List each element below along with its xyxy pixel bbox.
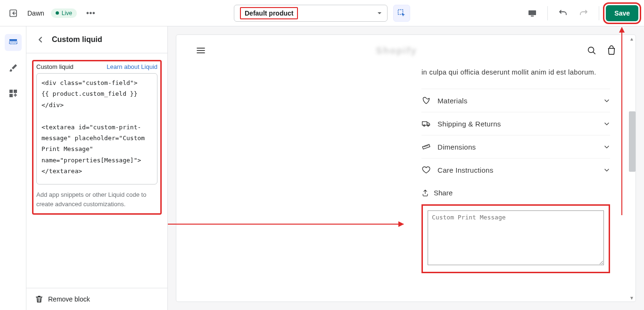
svg-point-11 (423, 125, 425, 126)
sidebar-body: Custom liquid Learn about Liquid Add app… (26, 53, 167, 288)
chevron-down-icon (603, 143, 610, 150)
more-button[interactable]: ••• (83, 6, 99, 21)
heart-icon (421, 165, 431, 175)
topbar-right: Save (524, 5, 638, 22)
sections-tab[interactable] (5, 34, 22, 51)
accordion-label: Materials (438, 97, 468, 105)
sidebar-title: Custom liquid (52, 35, 102, 44)
accordion-label: Care Instructions (438, 166, 493, 174)
preview-header-icons (586, 45, 617, 56)
accordion-dimensions[interactable]: Dimensions (421, 135, 610, 158)
custom-liquid-field-highlight: Custom liquid Learn about Liquid Add app… (32, 60, 162, 215)
ruler-icon (421, 142, 431, 151)
preview-content: in culpa qui officia deserunt mollit ani… (176, 66, 636, 287)
preview-scrollbar[interactable] (629, 111, 636, 172)
custom-print-message-field[interactable] (428, 210, 604, 265)
materials-icon (421, 96, 431, 105)
svg-point-12 (428, 125, 429, 126)
svg-rect-2 (528, 10, 536, 15)
trash-icon (35, 295, 43, 303)
apps-tab[interactable] (5, 85, 22, 102)
liquid-code-input[interactable] (36, 73, 157, 184)
chevron-down-icon (603, 97, 610, 104)
remove-block-label: Remove block (48, 295, 90, 303)
redo-icon (579, 8, 588, 18)
back-button[interactable] (35, 34, 46, 45)
sections-icon (8, 38, 18, 47)
icon-strip (0, 26, 26, 310)
cursor-select-icon (397, 8, 406, 18)
search-icon (586, 45, 597, 56)
cart-icon (606, 45, 617, 56)
topbar-left: Dawn Live ••• (6, 6, 99, 21)
chevron-down-icon (377, 10, 382, 16)
chevron-down-icon (603, 120, 610, 127)
svg-rect-13 (422, 144, 430, 149)
theme-settings-tab[interactable] (5, 59, 22, 76)
preview-menu-button[interactable] (195, 45, 206, 56)
remove-block-button[interactable]: Remove block (26, 288, 167, 310)
separator (547, 6, 548, 20)
svg-rect-3 (531, 16, 534, 17)
share-button[interactable]: Share (421, 181, 610, 201)
undo-icon (558, 8, 568, 18)
svg-rect-7 (14, 90, 17, 93)
accordion-label: Shipping & Returns (438, 120, 501, 128)
apps-icon (8, 89, 18, 98)
field-help-text: Add app snippets or other Liquid code to… (36, 190, 157, 209)
preview-scroll-down[interactable]: ▼ (629, 295, 635, 301)
sidebar: Custom liquid Custom liquid Learn about … (26, 26, 168, 310)
svg-rect-10 (422, 122, 427, 126)
preview-area: ▲ ▼ Shopify (168, 26, 644, 310)
share-icon (421, 189, 429, 197)
live-badge: Live (51, 8, 77, 18)
annotation-arrow-to-textarea (168, 224, 404, 225)
preview-frame: ▲ ▼ Shopify (176, 35, 636, 302)
preview-search-button[interactable] (586, 45, 597, 56)
redo-button[interactable] (575, 5, 592, 22)
preview-right-column: in culpa qui officia deserunt mollit ani… (421, 66, 610, 273)
annotation-arrow-to-save (621, 27, 622, 215)
accordion-materials[interactable]: Materials (421, 89, 610, 112)
topbar-center: Default product (234, 5, 410, 22)
custom-textarea-highlight (421, 204, 610, 273)
chevron-down-icon (603, 167, 610, 173)
live-dot-icon (56, 11, 59, 15)
product-description: in culpa qui officia deserunt mollit ani… (421, 66, 610, 78)
preview-left-spacer (195, 66, 421, 273)
preview-cart-button[interactable] (606, 45, 617, 56)
accordion-label: Dimensions (438, 143, 476, 151)
exit-icon (8, 8, 18, 18)
preview-header: Shopify (176, 35, 636, 66)
viewport-button[interactable] (524, 5, 541, 22)
save-button[interactable]: Save (606, 5, 638, 21)
truck-icon (421, 119, 431, 128)
field-header: Custom liquid Learn about Liquid (36, 63, 157, 70)
separator (599, 6, 599, 20)
paintbrush-icon (8, 63, 18, 73)
template-label: Default product (240, 7, 298, 19)
inspector-button[interactable] (393, 5, 410, 22)
accordion-care[interactable]: Care Instructions (421, 158, 610, 181)
svg-rect-6 (9, 90, 13, 93)
hamburger-icon (195, 45, 206, 56)
workspace: Custom liquid Custom liquid Learn about … (0, 26, 644, 310)
sidebar-header: Custom liquid (26, 26, 167, 53)
topbar: Dawn Live ••• Default product (0, 0, 644, 26)
live-label: Live (62, 10, 72, 17)
dots-icon: ••• (86, 9, 96, 17)
svg-rect-4 (9, 39, 17, 41)
accordion-shipping[interactable]: Shipping & Returns (421, 112, 610, 135)
undo-button[interactable] (554, 5, 571, 22)
preview-scroll-up[interactable]: ▲ (629, 36, 635, 42)
share-label: Share (434, 189, 453, 197)
learn-liquid-link[interactable]: Learn about Liquid (107, 63, 157, 70)
template-select[interactable]: Default product (234, 5, 388, 22)
svg-rect-8 (9, 94, 13, 97)
svg-rect-5 (9, 42, 17, 44)
store-logo-blurred: Shopify (376, 45, 417, 56)
chevron-left-icon (37, 36, 44, 43)
exit-button[interactable] (6, 6, 21, 21)
field-label: Custom liquid (36, 63, 74, 70)
theme-name: Dawn (27, 9, 44, 17)
